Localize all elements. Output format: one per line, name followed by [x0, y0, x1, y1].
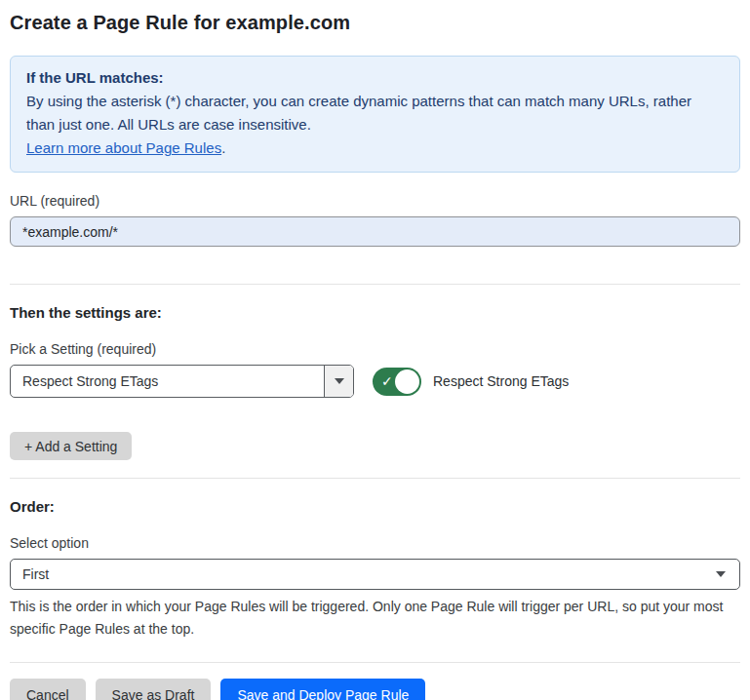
- chevron-down-icon: [335, 378, 344, 384]
- order-help-text: This is the order in which your Page Rul…: [10, 596, 740, 641]
- link-suffix: .: [221, 139, 225, 156]
- info-box-body: By using the asterisk (*) character, you…: [26, 90, 724, 136]
- learn-more-link[interactable]: Learn more about Page Rules: [26, 139, 221, 156]
- chevron-down-icon: [716, 571, 726, 577]
- info-box-heading: If the URL matches:: [26, 66, 724, 90]
- cancel-button[interactable]: Cancel: [10, 679, 86, 700]
- divider: [10, 662, 740, 663]
- url-input[interactable]: [10, 216, 740, 247]
- info-box-link-line: Learn more about Page Rules.: [26, 136, 724, 160]
- add-setting-button[interactable]: + Add a Setting: [10, 432, 132, 460]
- order-select-label: Select option: [10, 535, 740, 551]
- divider: [10, 284, 740, 285]
- respect-strong-etags-toggle[interactable]: ✓: [373, 368, 421, 396]
- setting-select-arrow-button[interactable]: [324, 366, 353, 397]
- divider: [10, 478, 740, 479]
- toggle-knob: [395, 369, 419, 394]
- setting-row: Respect Strong ETags ✓ Respect Strong ET…: [10, 365, 740, 398]
- create-page-rule-form: Create a Page Rule for example.com If th…: [0, 0, 750, 700]
- save-as-draft-button[interactable]: Save as Draft: [96, 679, 212, 700]
- page-title: Create a Page Rule for example.com: [10, 12, 740, 34]
- settings-section-heading: Then the settings are:: [10, 304, 740, 321]
- toggle-label: Respect Strong ETags: [433, 373, 569, 389]
- order-select-dropdown[interactable]: First: [10, 559, 740, 590]
- url-match-info-box: If the URL matches: By using the asteris…: [10, 56, 740, 173]
- check-icon: ✓: [381, 374, 393, 388]
- setting-select-value: Respect Strong ETags: [11, 366, 324, 397]
- pick-setting-label: Pick a Setting (required): [10, 341, 740, 357]
- setting-select-dropdown[interactable]: Respect Strong ETags: [10, 365, 354, 398]
- save-and-deploy-button[interactable]: Save and Deploy Page Rule: [220, 679, 425, 700]
- order-select-value: First: [22, 566, 49, 582]
- footer-button-row: Cancel Save as Draft Save and Deploy Pag…: [10, 679, 740, 700]
- url-field-label: URL (required): [10, 193, 740, 209]
- order-section-heading: Order:: [10, 498, 740, 515]
